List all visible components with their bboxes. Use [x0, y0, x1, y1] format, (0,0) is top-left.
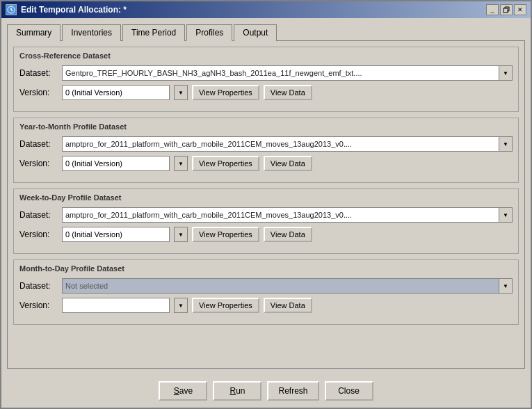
year-to-month-version-row: Version: 0 (Initial Version) ▼ View Prop…	[19, 156, 513, 171]
month-to-day-version-label: Version:	[19, 300, 58, 310]
month-to-day-version-select[interactable]	[62, 298, 170, 313]
close-button-bottom[interactable]: Close	[325, 381, 373, 401]
cross-reference-version-dropdown[interactable]: ▼	[174, 85, 188, 100]
cross-reference-dataset-row: Dataset: Gentpro_TREF_HOURLY_BASH_NH3_ag…	[19, 65, 513, 81]
week-to-day-version-dropdown[interactable]: ▼	[174, 227, 188, 242]
month-to-day-version-dropdown[interactable]: ▼	[174, 298, 188, 313]
save-button[interactable]: Save	[159, 381, 207, 401]
title-bar-controls: _ ✕	[486, 4, 526, 15]
run-button[interactable]: Run	[213, 381, 261, 401]
week-to-day-section: Week-to-Day Profile Dataset Dataset: amp…	[13, 189, 519, 254]
main-window: Edit Temporal Allocation: * _ ✕ Summary …	[0, 0, 532, 409]
year-to-month-title: Year-to-Month Profile Dataset	[19, 122, 513, 131]
year-to-month-dataset-input-group: amptpro_for_2011_platform_with_carb_mobi…	[62, 136, 513, 152]
month-to-day-dataset-value[interactable]: Not selected	[62, 278, 499, 294]
year-to-month-dataset-row: Dataset: amptpro_for_2011_platform_with_…	[19, 136, 513, 152]
month-to-day-dataset-label: Dataset:	[19, 281, 58, 291]
week-to-day-view-data-button[interactable]: View Data	[264, 227, 312, 242]
refresh-button[interactable]: Refresh	[267, 381, 319, 401]
week-to-day-dataset-label: Dataset:	[19, 210, 58, 220]
year-to-month-section: Year-to-Month Profile Dataset Dataset: a…	[13, 118, 519, 183]
restore-button[interactable]	[500, 4, 513, 15]
week-to-day-dataset-value[interactable]: amptpro_for_2011_platform_with_carb_mobi…	[62, 207, 499, 223]
cross-reference-dataset-value[interactable]: Gentpro_TREF_HOURLY_BASH_NH3_agNH3_bash_…	[62, 65, 499, 81]
content-area: Summary Inventories Time Period Profiles…	[1, 18, 531, 374]
tabs: Summary Inventories Time Period Profiles…	[7, 24, 525, 40]
bottom-bar: Save Run Refresh Close	[1, 374, 531, 408]
app-icon	[6, 4, 17, 15]
week-to-day-dataset-input-group: amptpro_for_2011_platform_with_carb_mobi…	[62, 207, 513, 223]
cross-reference-version-select[interactable]: 0 (Initial Version)	[62, 85, 170, 100]
month-to-day-dataset-input-group: Not selected ▼	[62, 278, 513, 294]
tab-summary[interactable]: Summary	[7, 24, 61, 41]
cross-reference-view-data-button[interactable]: View Data	[264, 85, 312, 100]
cross-reference-section: Cross-Reference Dataset Dataset: Gentpro…	[13, 47, 519, 112]
title-bar: Edit Temporal Allocation: * _ ✕	[1, 1, 531, 18]
week-to-day-dataset-row: Dataset: amptpro_for_2011_platform_with_…	[19, 207, 513, 223]
cross-reference-view-properties-button[interactable]: View Properties	[192, 85, 259, 100]
title-bar-left: Edit Temporal Allocation: *	[6, 4, 127, 15]
year-to-month-dataset-dropdown[interactable]: ▼	[499, 136, 513, 152]
month-to-day-dataset-row: Dataset: Not selected ▼	[19, 278, 513, 294]
window-title: Edit Temporal Allocation: *	[21, 5, 127, 15]
month-to-day-version-row: Version: ▼ View Properties View Data	[19, 298, 513, 313]
cross-reference-title: Cross-Reference Dataset	[19, 51, 513, 60]
month-to-day-dataset-dropdown[interactable]: ▼	[499, 278, 513, 294]
tab-profiles[interactable]: Profiles	[186, 24, 232, 41]
svg-rect-3	[503, 8, 508, 13]
cross-reference-dataset-label: Dataset:	[19, 68, 58, 78]
tab-output[interactable]: Output	[234, 24, 277, 41]
month-to-day-view-properties-button[interactable]: View Properties	[192, 298, 259, 313]
run-label: Run	[229, 386, 245, 396]
week-to-day-version-select[interactable]: 0 (Initial Version)	[62, 227, 170, 242]
close-label: Close	[338, 386, 360, 396]
year-to-month-version-label: Version:	[19, 159, 58, 168]
year-to-month-dataset-label: Dataset:	[19, 139, 58, 149]
month-to-day-title: Month-to-Day Profile Dataset	[19, 264, 513, 273]
year-to-month-version-select[interactable]: 0 (Initial Version)	[62, 156, 170, 171]
minimize-button[interactable]: _	[486, 4, 499, 15]
month-to-day-view-data-button[interactable]: View Data	[264, 298, 312, 313]
save-label: Save	[174, 386, 193, 396]
cross-reference-version-label: Version:	[19, 88, 58, 97]
cross-reference-dataset-dropdown[interactable]: ▼	[499, 65, 513, 81]
week-to-day-view-properties-button[interactable]: View Properties	[192, 227, 259, 242]
cross-reference-version-row: Version: 0 (Initial Version) ▼ View Prop…	[19, 85, 513, 100]
week-to-day-title: Week-to-Day Profile Dataset	[19, 193, 513, 202]
close-button[interactable]: ✕	[514, 4, 526, 15]
week-to-day-version-label: Version:	[19, 230, 58, 239]
week-to-day-version-row: Version: 0 (Initial Version) ▼ View Prop…	[19, 227, 513, 242]
month-to-day-section: Month-to-Day Profile Dataset Dataset: No…	[13, 259, 519, 325]
tab-time-period[interactable]: Time Period	[122, 24, 185, 41]
year-to-month-view-data-button[interactable]: View Data	[264, 156, 312, 171]
week-to-day-dataset-dropdown[interactable]: ▼	[499, 207, 513, 223]
cross-reference-dataset-input-group: Gentpro_TREF_HOURLY_BASH_NH3_agNH3_bash_…	[62, 65, 513, 81]
year-to-month-version-dropdown[interactable]: ▼	[174, 156, 188, 171]
refresh-label: Refresh	[278, 386, 307, 396]
year-to-month-dataset-value[interactable]: amptpro_for_2011_platform_with_carb_mobi…	[62, 136, 499, 152]
year-to-month-view-properties-button[interactable]: View Properties	[192, 156, 259, 171]
tab-content-profiles: Cross-Reference Dataset Dataset: Gentpro…	[7, 40, 525, 369]
tab-inventories[interactable]: Inventories	[62, 24, 121, 41]
